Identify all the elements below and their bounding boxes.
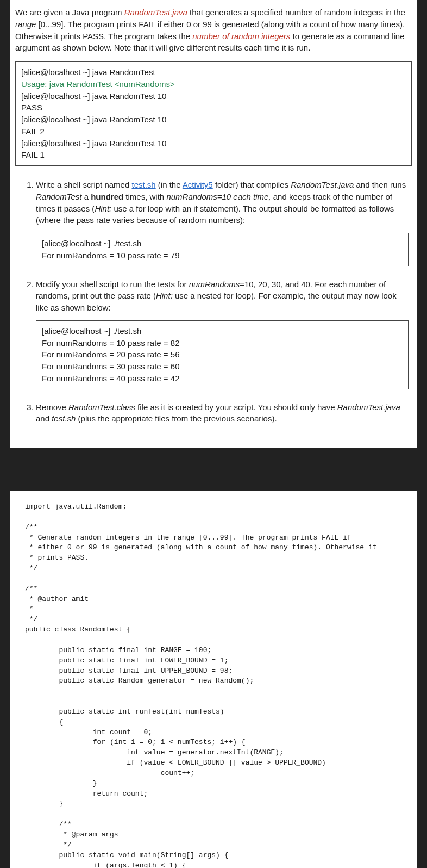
out-line: For numRandoms = 10 pass rate = 82 [42,337,403,349]
term-line: PASS [21,102,406,114]
text: We are given a Java program [15,8,124,17]
text: folder) that compiles [213,180,291,189]
testsh-link[interactable]: test.sh [131,180,155,189]
randomtest-link[interactable]: RandomTest.java [124,8,187,17]
term-line: [alice@localhost ~] java RandomTest 10 [21,114,406,126]
rtclass: RandomTest.class [68,402,135,412]
intro-paragraph: We are given a Java program RandomTest.j… [15,7,412,54]
out-line: [alice@localhost ~] ./test.sh [42,325,403,337]
nr10: numRandoms=10 each time, [166,192,271,201]
text: that generates a specified number of ran… [187,8,405,17]
assignment-card: We are given a Java program RandomTest.j… [10,0,417,448]
term-line: FAIL 1 [21,149,406,161]
text: and [36,414,52,423]
term-line-usage: Usage: java RandomTest <numRandoms> [21,78,406,90]
testsh: test.sh [52,414,76,423]
question-2: Modify your shell script to run the test… [36,278,412,389]
red-arg: number of random integers [192,32,290,41]
term-line: [alice@localhost ~] java RandomTest [21,66,406,78]
activity5-link[interactable]: Activity5 [183,180,213,189]
text: times, with [123,192,166,201]
rtj: RandomTest.java [291,180,354,189]
term-line: FAIL 2 [21,126,406,138]
rt: RandomTest [36,192,82,201]
question-list: Write a shell script named test.sh (in t… [15,179,412,425]
out-line: For numRandoms = 20 pass rate = 56 [42,349,403,361]
hint: Hint: [95,204,111,213]
hint: Hint: [156,291,173,300]
question-3: Remove RandomTest.class file as it is cr… [36,401,412,425]
text: Modify your shell script to run the test… [36,280,189,289]
q2-output-box: [alice@localhost ~] ./test.sh For numRan… [36,320,409,389]
rtj: RandomTest.java [337,402,400,412]
term-line: [alice@localhost ~] java RandomTest 10 [21,138,406,150]
term-line: [alice@localhost ~] java RandomTest 10 [21,90,406,102]
out-line: For numRandoms = 40 pass rate = 42 [42,373,403,385]
code-listing: import java.util.Random; /** * Generate … [10,491,417,868]
hundred: hundred [91,192,123,201]
question-1: Write a shell script named test.sh (in t… [36,179,412,266]
text: file as it is created by your script. Yo… [135,402,337,412]
text: (in the [156,180,183,189]
out-line: For numRandoms = 10 pass rate = 79 [42,250,403,262]
text: (plus the appropriate files from the pre… [76,414,277,423]
range-word: range [15,20,36,29]
text: Remove [36,402,68,412]
text: a [82,192,91,201]
terminal-example-1: [alice@localhost ~] java RandomTest Usag… [15,61,412,166]
text: and then runs [354,180,406,189]
out-line: For numRandoms = 30 pass rate = 60 [42,361,403,373]
nr: numRandoms [189,280,240,289]
text: Write a shell script named [36,180,131,189]
out-line: [alice@localhost ~] ./test.sh [42,238,403,250]
q1-output-box: [alice@localhost ~] ./test.sh For numRan… [36,233,409,266]
